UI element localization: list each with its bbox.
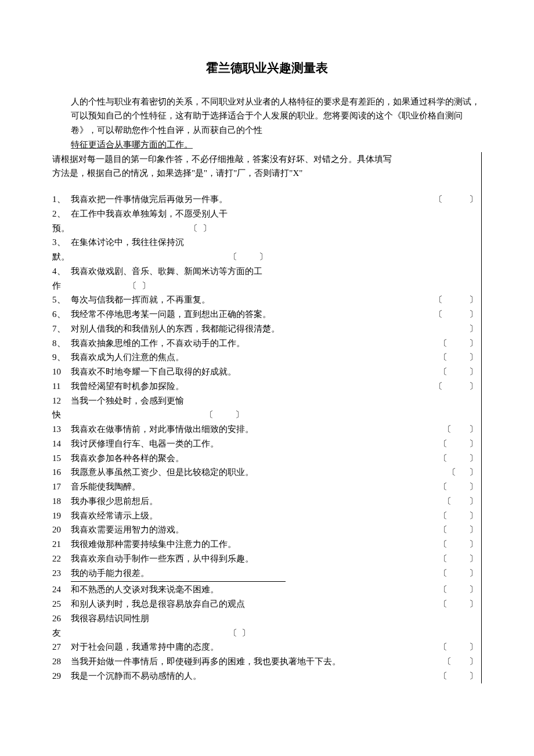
question-number: 28: [52, 654, 71, 669]
question-number: 17: [52, 480, 71, 494]
question-number: 29: [52, 669, 71, 683]
question-text: 我喜欢在做事情前，对此事情做出细致的安排。: [71, 422, 443, 437]
answer-bracket[interactable]: 〔 〕: [439, 640, 478, 654]
answer-bracket[interactable]: 〔 〕: [439, 669, 478, 683]
question-number: 10: [52, 365, 71, 379]
question-text: 我愿意从事虽然工资少、但是比较稳定的职业。: [71, 465, 448, 480]
answer-bracket[interactable]: 〔 〕: [443, 494, 478, 509]
question-number: 7、: [52, 322, 71, 336]
question-text: 我很容易结识同性朋: [71, 611, 478, 626]
question-number: 15: [52, 451, 71, 466]
answer-bracket[interactable]: 〔 〕: [439, 552, 478, 566]
answer-bracket[interactable]: 〔 〕: [443, 422, 478, 437]
question-number: 25: [52, 597, 71, 611]
question-text: 我讨厌修理自行车、电器一类的工作。: [71, 437, 439, 451]
question-row: 21我很难做那种需要持续集中注意力的工作。〔 〕: [52, 537, 478, 552]
question-row: 8、我喜欢抽象思维的工作，不喜欢动手的工作。〔 〕: [52, 336, 478, 351]
question-text: 我喜欢需要运用智力的游戏。: [71, 523, 439, 537]
answer-bracket[interactable]: 〔 〕: [439, 582, 478, 597]
answer-bracket[interactable]: 〔 〕: [439, 437, 478, 451]
instruction-block: 请根据对每一题目的第一印象作答，不必仔细推敲，答案没有好坏、对错之分。具体填写 …: [52, 152, 482, 181]
answer-bracket[interactable]: 〔 〕: [434, 192, 478, 207]
question-wrap: 友 〔 〕: [52, 626, 478, 640]
instruction-line-1: 请根据对每一题目的第一印象作答，不必仔细推敲，答案没有好坏、对错之分。具体填写: [52, 152, 478, 167]
question-text: 当我开始做一件事情后，即使碰到再多的困难，我也要执著地干下去。: [71, 654, 443, 669]
question-number: 9、: [52, 350, 71, 365]
question-text: 我曾经渴望有时机参加探险。: [71, 379, 434, 394]
answer-bracket[interactable]: 〔 〕: [229, 626, 251, 640]
question-wrap: 默。 〔 〕: [52, 250, 478, 264]
answer-bracket[interactable]: 〔 〕: [439, 451, 478, 466]
question-row: 29我是一个沉静而不易动感情的人。〔 〕: [52, 669, 478, 683]
question-text: 我喜欢抽象思维的工作，不喜欢动手的工作。: [71, 336, 439, 351]
question-text: 我喜欢参加各种各样的聚会。: [71, 451, 439, 466]
question-text: 对于社会问题，我通常持中庸的态度。: [71, 640, 439, 654]
answer-bracket[interactable]: 〔 〕: [439, 566, 478, 581]
answer-bracket[interactable]: 〔 〕: [128, 279, 150, 293]
question-wrap: 预。 〔 〕: [52, 221, 478, 236]
question-row: 20我喜欢需要运用智力的游戏。〔 〕: [52, 523, 478, 537]
question-text: 当我一个独处时，会感到更愉: [71, 394, 478, 408]
question-number: 8、: [52, 336, 71, 351]
answer-bracket[interactable]: 〔 〕: [439, 350, 478, 365]
question-text: 我喜欢经常请示上级。: [71, 509, 439, 523]
answer-bracket[interactable]: 〔 〕: [205, 408, 244, 422]
answer-bracket[interactable]: 〔 〕: [434, 293, 478, 307]
question-number: 13: [52, 422, 71, 437]
answer-bracket[interactable]: 〔 〕: [439, 365, 478, 379]
answer-bracket[interactable]: 〔 〕: [229, 250, 268, 264]
question-row: 17音乐能使我陶醉。〔 〕: [52, 480, 478, 494]
question-wrap-text: 预。: [52, 221, 70, 236]
question-row: 2、在工作中我喜欢单独筹划，不愿受别人干: [52, 207, 478, 221]
question-text: 每次与信我都一挥而就，不再重复。: [71, 293, 434, 307]
question-number: 24: [52, 582, 71, 597]
answer-bracket[interactable]: 〔 〕: [439, 480, 478, 494]
intro-paragraph-1: 人的个性与职业有着密切的关系，不同职业对从业者的人格特征的要求是有差距的，如果通…: [71, 95, 482, 138]
question-number: 21: [52, 537, 71, 552]
question-row: 6、我经常不停地思考某一问题，直到想出正确的答案。〔 〕: [52, 307, 478, 322]
question-text: 和别人谈判时，我总是很容易放弃自己的观点: [71, 597, 439, 611]
question-number: 18: [52, 494, 71, 509]
answer-bracket[interactable]: 〔 〕: [439, 523, 478, 537]
answer-bracket[interactable]: 〔 〕: [439, 336, 478, 351]
intro-block: 人的个性与职业有着密切的关系，不同职业对从业者的人格特征的要求是有差距的，如果通…: [52, 95, 482, 152]
answer-bracket[interactable]: 〔 〕: [448, 465, 478, 480]
question-text: 我喜欢亲自动手制作一些东西，从中得到乐趣。: [71, 552, 439, 566]
question-wrap: 作 〔 〕: [52, 279, 478, 293]
question-row: 24和不熟悉的人交谈对我来说毫不困难。〔 〕: [52, 582, 478, 597]
answer-bracket[interactable]: 〔 〕: [434, 379, 478, 394]
question-row: 7、对别人借我的和我借别人的东西，我都能记得很清楚。〕: [52, 322, 478, 336]
question-wrap-text: 默。: [52, 250, 70, 264]
question-row: 12当我一个独处时，会感到更愉: [52, 394, 478, 408]
question-row: 18我办事很少思前想后。〔 〕: [52, 494, 478, 509]
question-text: 对别人借我的和我借别人的东西，我都能记得很清楚。: [71, 322, 469, 336]
question-number: 2、: [52, 207, 71, 221]
answer-bracket[interactable]: 〔 〕: [439, 597, 478, 611]
question-text: 在集体讨论中，我往往保持沉: [71, 235, 478, 250]
answer-bracket[interactable]: 〔 〕: [439, 537, 478, 552]
question-row: 4、我喜欢做戏剧、音乐、歌舞、新闻米访等方面的工: [52, 264, 478, 279]
question-number: 3、: [52, 235, 71, 250]
question-text: 和不熟悉的人交谈对我来说毫不困难。: [71, 582, 439, 597]
answer-bracket[interactable]: 〔 〕: [443, 654, 478, 669]
question-number: 14: [52, 437, 71, 451]
questions-list: 1、我喜欢把一件事情做完后再做另一件事。〔 〕2、在工作中我喜欢单独筹划，不愿受…: [52, 192, 482, 683]
answer-bracket[interactable]: 〔 〕: [434, 307, 478, 322]
question-row: 9、我喜欢成为人们注意的焦点。〔 〕: [52, 350, 478, 365]
intro-underlined: 特征更适合从事哪方面的工作。: [71, 140, 193, 149]
question-number: 5、: [52, 293, 71, 307]
answer-bracket[interactable]: 〔 〕: [439, 509, 478, 523]
question-text: 音乐能使我陶醉。: [71, 480, 439, 494]
question-row: 15我喜欢参加各种各样的聚会。〔 〕: [52, 451, 478, 466]
answer-bracket[interactable]: 〔 〕: [189, 221, 211, 236]
question-number: 26: [52, 611, 71, 626]
divider-line: [71, 581, 286, 582]
question-row: 5、每次与信我都一挥而就，不再重复。〔 〕: [52, 293, 478, 307]
question-text: 我很难做那种需要持续集中注意力的工作。: [71, 537, 439, 552]
question-number: 19: [52, 509, 71, 523]
answer-bracket[interactable]: 〕: [469, 322, 478, 336]
question-wrap-text: 友: [52, 626, 61, 640]
question-row: 16我愿意从事虽然工资少、但是比较稳定的职业。〔 〕: [52, 465, 478, 480]
question-row: 19我喜欢经常请示上级。〔 〕: [52, 509, 478, 523]
question-row: 27对于社会问题，我通常持中庸的态度。〔 〕: [52, 640, 478, 654]
